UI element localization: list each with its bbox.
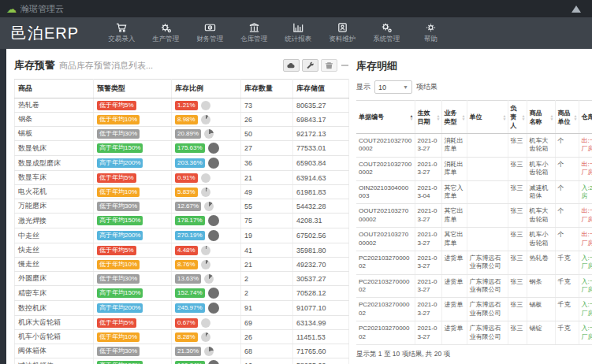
detail-table-row[interactable]: PC202103270000022021-03-27进货单广东博远石业有限公司张… — [356, 298, 592, 321]
nav-item-finance[interactable]: 财务管理 — [188, 17, 232, 49]
detail-table-row[interactable]: OIN202103040000032021-03-04其它入库单张三减速机箱体个… — [356, 180, 592, 204]
detail-col-header[interactable]: 商品名称▲▼ — [527, 101, 555, 134]
detail-col-header[interactable]: 业务类型▲▼ — [441, 101, 467, 134]
detail-col-header[interactable]: 单据编号▲▼ — [356, 101, 415, 134]
main-nav: 邑泊ERP 交易录入 生产管理 财务管理 仓库管理 统计报表 资料维护 系统管理 — [0, 17, 592, 49]
col-header-product[interactable]: 商品 — [15, 80, 94, 98]
cell-stock-qty: 68 — [241, 344, 293, 358]
warning-type-badge: 低于年均10% — [97, 188, 140, 197]
detail-table-row[interactable]: COUT202103270000022021-03-27消耗出库单张三机车大齿轮… — [356, 134, 592, 158]
detail-col-header[interactable]: 负责人▲▼ — [508, 101, 527, 134]
detail-table-row[interactable]: OOUT202103270000022021-03-27其它出库单张三机车小齿轮… — [356, 228, 592, 251]
cell-stock-value: 4208.31 — [293, 214, 349, 228]
ratio-badge: 8.28% — [175, 332, 198, 342]
warning-type-badge: 低于年均30% — [97, 274, 140, 284]
chart-icon — [292, 22, 304, 33]
detail-col-header[interactable]: 单位▲▼ — [467, 101, 508, 134]
nav-item-trade-entry[interactable]: 交易录入 — [99, 17, 143, 49]
alert-table-row[interactable]: 外圆磨床低于年均30%13.63%230537.27 — [15, 272, 349, 286]
cell-biz-type: 进货单 — [441, 251, 467, 274]
alert-table-row[interactable]: 中走丝高于年均200%270.19%1967502.56 — [15, 228, 349, 243]
detail-table-row[interactable]: COUT202103270000022021-03-27消耗出库单张三机车小齿轮… — [356, 157, 592, 180]
ratio-pie-icon — [201, 115, 210, 124]
page-size-prefix: 显示 — [356, 82, 370, 92]
alert-table-row[interactable]: 机床大齿轮箱低于年均5%0.67%6963134.99 — [15, 316, 349, 330]
alert-table-row[interactable]: 慢走丝低于年均10%8.76%2149232.70 — [15, 258, 349, 272]
alert-table-row[interactable]: 减速机箱体高于年均150%160.84%1658235.09 — [15, 358, 349, 364]
col-header-warning-type[interactable]: 预警类型 — [94, 80, 172, 98]
cell-owner: 张三 — [508, 274, 527, 298]
detail-table-row[interactable]: PC202103270000022021-03-27进货单广东博远石业有限公司张… — [356, 251, 592, 274]
cell-stock-value: 65903.84 — [293, 156, 349, 171]
warning-type-badge: 高于年均150% — [97, 361, 143, 364]
page-size-select[interactable]: 10 ▼ — [374, 80, 412, 94]
sort-carets-icon: ▲▼ — [410, 114, 414, 121]
warning-type-badge: 低于年均5% — [97, 246, 136, 255]
nav-item-production[interactable]: 生产管理 — [143, 17, 188, 49]
address-book-icon — [337, 22, 348, 33]
alert-table-row[interactable]: 锡板低于年均30%20.89%5092172.13 — [15, 127, 349, 141]
cell-stock-ratio: 203.36% — [172, 156, 241, 171]
cell-warehouse: 入:一号厂房 — [579, 251, 592, 274]
cell-stock-value: 58235.09 — [293, 358, 349, 364]
alert-table-row[interactable]: 数显铣床高于年均150%175.63%2777533.01 — [15, 141, 349, 156]
export-button[interactable] — [283, 59, 300, 72]
col-header-stock-qty[interactable]: 库存数量 — [241, 80, 293, 98]
ratio-wrap: 160.84% — [175, 360, 237, 364]
cell-warehouse: 出:一号厂房 — [579, 204, 592, 228]
cell-owner: 张三 — [508, 134, 527, 158]
detail-table-row[interactable]: PC202103270000022021-03-27进货单广东博远石业有限公司张… — [356, 321, 592, 345]
detail-col-header[interactable]: 仓库▲▼ — [579, 101, 592, 134]
detail-col-header[interactable]: 商品单位▲▼ — [555, 101, 579, 134]
cell-doc-id: PC20210327000002 — [356, 274, 415, 298]
warning-type-badge: 低于年均30% — [97, 202, 140, 211]
nav-item-help[interactable]: 帮助 — [408, 17, 452, 49]
cell-doc-id: OIN20210304000003 — [356, 180, 415, 204]
alert-table-row[interactable]: 电火花机低于年均10%5.83%4961981.83 — [15, 185, 349, 199]
panel-collapse-dash[interactable] — [341, 65, 348, 66]
nav-item-label: 帮助 — [424, 35, 437, 44]
cell-product: 快走丝 — [15, 243, 94, 258]
col-header-stock-value[interactable]: 库存储值 — [293, 80, 349, 98]
cell-stock-ratio: 12.67% — [172, 199, 241, 214]
alert-table-row[interactable]: 数控机床高于年均200%245.97%9191077.10 — [15, 301, 349, 316]
ratio-badge: 203.36% — [175, 158, 205, 168]
alert-table-row[interactable]: 万能磨床低于年均30%12.67%5554432.28 — [15, 199, 349, 214]
ratio-badge: 175.63% — [175, 143, 205, 153]
detail-col-header[interactable]: 生效日期▲▼ — [415, 101, 441, 134]
warning-type-badge: 低于年均5% — [97, 101, 136, 110]
collapsed-sidebar[interactable] — [0, 49, 6, 364]
detail-table-row[interactable]: PC202103270000022021-03-27进货单广东博远石业有限公司张… — [356, 274, 592, 298]
delete-button[interactable] — [321, 59, 337, 72]
nav-item-reports[interactable]: 统计报表 — [276, 17, 320, 49]
warning-triangle-icon[interactable] — [572, 6, 581, 13]
cell-stock-value: 61981.83 — [293, 185, 349, 199]
cell-warning-type: 低于年均30% — [94, 127, 172, 141]
alert-table-row[interactable]: 热轧卷低于年均5%1.21%7380635.27 — [15, 98, 349, 113]
col-header-stock-ratio[interactable]: 库存比例 — [172, 80, 241, 98]
alert-table-row[interactable]: 快走丝低于年均5%4.48%4135981.80 — [15, 243, 349, 258]
cell-stock-value: 11451.53 — [293, 330, 349, 344]
detail-table-row[interactable]: OOUT202103270000022021-03-27其它出库单张三机车大齿轮… — [356, 204, 592, 228]
cell-product-unit: 个 — [555, 204, 579, 228]
cell-product: 慢走丝 — [15, 258, 94, 272]
cell-warning-type: 高于年均200% — [94, 301, 172, 316]
settings-button[interactable] — [302, 59, 318, 72]
nav-item-label: 财务管理 — [196, 35, 223, 44]
alert-table-row[interactable]: 数显车床低于年均5%0.91%2163914.63 — [15, 171, 349, 185]
alert-table-row[interactable]: 钢条低于年均10%8.98%2669843.17 — [15, 113, 349, 127]
nav-item-system[interactable]: 系统管理 — [364, 17, 408, 49]
nav-item-warehouse[interactable]: 仓库管理 — [232, 17, 276, 49]
cell-stock-value: 63914.63 — [293, 171, 349, 185]
alert-table-row[interactable]: 机车小齿轮箱低于年均10%8.28%2611451.53 — [15, 330, 349, 344]
alert-table-row[interactable]: 精密车床高于年均150%152.74%270528.12 — [15, 286, 349, 301]
alert-table-row[interactable]: 阀体箱体低于年均30%21.30%6871765.60 — [15, 344, 349, 358]
pagination-info: 显示第 1 至 10 项结果, 共 20 项 — [356, 350, 592, 359]
alert-table-row[interactable]: 数显成型磨床高于年均200%203.36%3665903.84 — [15, 156, 349, 171]
cell-product: 锡板 — [15, 127, 94, 141]
top-bar: ☁ 瀚琚管理云 — [0, 0, 592, 17]
cell-product-name: 机车小齿轮箱 — [527, 157, 555, 180]
alert-table-row[interactable]: 激光焊接高于年均150%178.17%754208.31 — [15, 214, 349, 228]
sort-carets-icon: ▲▼ — [503, 114, 507, 121]
nav-item-data-maintenance[interactable]: 资料维护 — [320, 17, 364, 49]
